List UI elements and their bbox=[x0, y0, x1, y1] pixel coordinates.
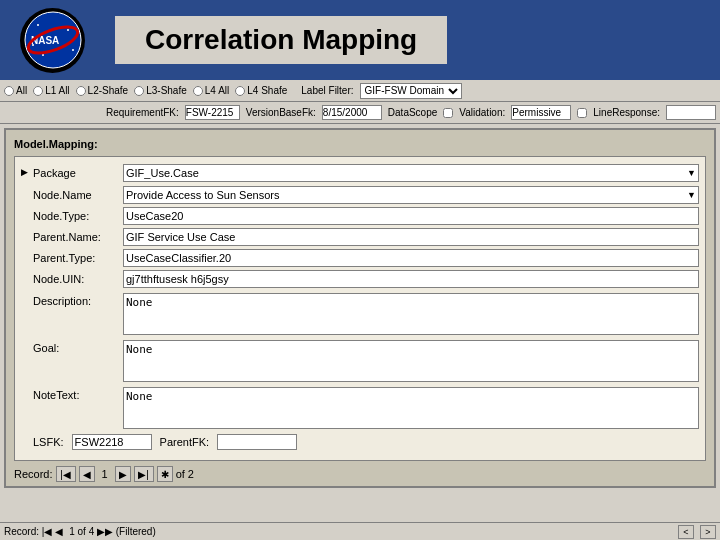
data-scope-label: DataScope bbox=[388, 107, 437, 118]
radio-l4s[interactable]: L4 Shafe bbox=[235, 85, 287, 96]
node-name-label: Node.Name bbox=[33, 189, 123, 201]
radio-all-input[interactable] bbox=[4, 86, 14, 96]
section-title: Model.Mapping: bbox=[14, 138, 706, 150]
validation-input[interactable] bbox=[511, 105, 571, 120]
description-row: Description: None bbox=[33, 293, 699, 335]
main-content: Model.Mapping: ▶ Package GIF_Use.Case ▼ bbox=[4, 128, 716, 488]
tree-arrow: ▶ bbox=[21, 167, 28, 177]
description-textarea[interactable]: None bbox=[123, 293, 699, 335]
parent-name-label: Parent.Name: bbox=[33, 231, 123, 243]
req-fk-label: RequirementFK: bbox=[106, 107, 179, 118]
radio-l2[interactable]: L2-Shafe bbox=[76, 85, 129, 96]
record-label: Record: bbox=[14, 468, 53, 480]
node-type-input[interactable] bbox=[123, 207, 699, 225]
radio-l1-input[interactable] bbox=[33, 86, 43, 96]
record-current: 1 bbox=[98, 468, 112, 480]
svg-point-5 bbox=[72, 49, 74, 51]
node-uin-label: Node.UIN: bbox=[33, 273, 123, 285]
record-prev-btn[interactable]: ◀ bbox=[79, 466, 95, 482]
bottom-scroll-right[interactable]: > bbox=[700, 525, 716, 539]
note-text-row: NoteText: None bbox=[33, 387, 699, 429]
label-filter-label: Label Filter: bbox=[301, 85, 353, 96]
page-title: Correlation Mapping bbox=[115, 16, 447, 64]
bottom-range: 1 of 4 ▶▶ (Filtered) bbox=[69, 526, 156, 537]
parent-type-input[interactable] bbox=[123, 249, 699, 267]
parent-type-row: Parent.Type: bbox=[33, 249, 699, 267]
package-arrow-icon: ▼ bbox=[687, 168, 696, 178]
version-label: VersionBaseFk: bbox=[246, 107, 316, 118]
version-input[interactable] bbox=[322, 105, 382, 120]
toolbar: All L1 All L2-Shafe L3-Shafe L4 All L4 S… bbox=[0, 80, 720, 102]
radio-l2-input[interactable] bbox=[76, 86, 86, 96]
validation-bar: RequirementFK: VersionBaseFk: DataScope … bbox=[0, 102, 720, 124]
goal-textarea[interactable]: None bbox=[123, 340, 699, 382]
line-response-input[interactable] bbox=[666, 105, 716, 120]
node-uin-row: Node.UIN: bbox=[33, 270, 699, 288]
package-value: GIF_Use.Case bbox=[126, 167, 199, 179]
parent-name-row: Parent.Name: bbox=[33, 228, 699, 246]
nasa-logo: NASA bbox=[20, 8, 85, 73]
record-of-label: of bbox=[176, 468, 185, 480]
validation-label: Validation: bbox=[459, 107, 505, 118]
model-form: ▶ Package GIF_Use.Case ▼ Node.Name Provi… bbox=[14, 156, 706, 461]
description-label: Description: bbox=[33, 293, 123, 307]
lfk-input[interactable] bbox=[72, 434, 152, 450]
node-name-row: Node.Name Provide Access to Sun Sensors … bbox=[33, 186, 699, 204]
radio-l3-input[interactable] bbox=[134, 86, 144, 96]
nasa-logo-svg: NASA bbox=[23, 10, 83, 70]
package-label: Package bbox=[33, 167, 123, 179]
record-bar: Record: |◀ ◀ 1 ▶ ▶| ✱ of 2 bbox=[14, 466, 706, 482]
node-type-row: Node.Type: bbox=[33, 207, 699, 225]
goal-row: Goal: None bbox=[33, 340, 699, 382]
radio-l4[interactable]: L4 All bbox=[193, 85, 229, 96]
svg-point-2 bbox=[37, 24, 39, 26]
svg-point-6 bbox=[42, 54, 44, 56]
node-name-select[interactable]: Provide Access to Sun Sensors ▼ bbox=[123, 186, 699, 204]
lfk-label: LSFK: bbox=[33, 436, 64, 448]
record-next-btn[interactable]: ▶ bbox=[115, 466, 131, 482]
record-new-btn[interactable]: ✱ bbox=[157, 466, 173, 482]
req-fk-input[interactable] bbox=[185, 105, 240, 120]
parent-fk-input[interactable] bbox=[217, 434, 297, 450]
radio-l1[interactable]: L1 All bbox=[33, 85, 69, 96]
top-bar: NASA Correlation Mapping bbox=[0, 0, 720, 80]
bottom-bar: Record: |◀ ◀ 1 of 4 ▶▶ (Filtered) < > bbox=[0, 522, 720, 540]
node-type-label: Node.Type: bbox=[33, 210, 123, 222]
data-scope-checkbox[interactable] bbox=[443, 108, 453, 118]
parent-fk-label: ParentFK: bbox=[160, 436, 210, 448]
note-text-label: NoteText: bbox=[33, 387, 123, 401]
radio-l4s-input[interactable] bbox=[235, 86, 245, 96]
node-name-value: Provide Access to Sun Sensors bbox=[126, 189, 279, 201]
radio-l4-input[interactable] bbox=[193, 86, 203, 96]
node-uin-input[interactable] bbox=[123, 270, 699, 288]
bottom-record-info: Record: |◀ ◀ bbox=[4, 526, 63, 537]
package-row: Package GIF_Use.Case ▼ bbox=[33, 163, 699, 183]
record-total: 2 bbox=[188, 468, 194, 480]
parent-type-label: Parent.Type: bbox=[33, 252, 123, 264]
line-response-label: LineResponse: bbox=[593, 107, 660, 118]
validation-checkbox[interactable] bbox=[577, 108, 587, 118]
parent-name-input[interactable] bbox=[123, 228, 699, 246]
note-text-textarea[interactable]: None bbox=[123, 387, 699, 429]
goal-label: Goal: bbox=[33, 340, 123, 354]
record-first-btn[interactable]: |◀ bbox=[56, 466, 76, 482]
radio-l3[interactable]: L3-Shafe bbox=[134, 85, 187, 96]
bottom-scroll-left[interactable]: < bbox=[678, 525, 694, 539]
domain-select[interactable]: GIF-FSW Domain bbox=[360, 83, 462, 99]
node-name-arrow-icon: ▼ bbox=[687, 190, 696, 200]
svg-point-3 bbox=[67, 29, 69, 31]
lfk-row: LSFK: ParentFK: bbox=[33, 434, 699, 450]
radio-all[interactable]: All bbox=[4, 85, 27, 96]
package-select[interactable]: GIF_Use.Case ▼ bbox=[123, 164, 699, 182]
record-last-btn[interactable]: ▶| bbox=[134, 466, 154, 482]
